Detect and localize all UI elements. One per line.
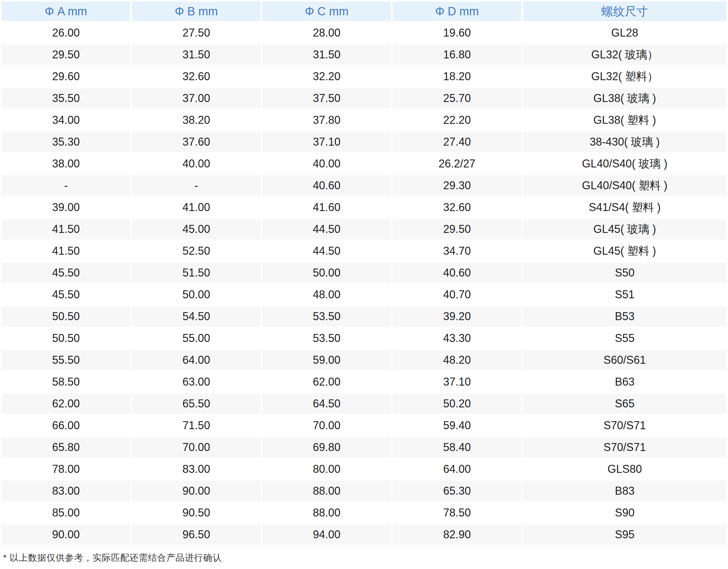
- table-row: 45.5051.5050.0040.60S50: [2, 263, 726, 283]
- column-header: Φ C mm: [262, 2, 391, 21]
- thread-size-cell: B53: [523, 306, 726, 326]
- table-row: 83.0090.0088.0065.30B83: [2, 481, 726, 501]
- table-row: 78.0083.0080.0064.00GLS80: [2, 459, 726, 479]
- dimension-cell: 19.60: [393, 23, 521, 43]
- dimension-cell: 34.00: [2, 110, 130, 130]
- dimension-cell: -: [2, 176, 130, 196]
- thread-size-cell: B63: [523, 372, 726, 392]
- dimension-cell: 58.50: [2, 372, 130, 392]
- dimension-cell: 38.00: [2, 154, 130, 174]
- dimension-cell: 25.70: [393, 88, 521, 109]
- table-row: 35.5037.0037.5025.70GL38( 玻璃 ): [2, 88, 726, 109]
- dimension-cell: 59.00: [262, 350, 391, 370]
- thread-spec-table: Φ A mmΦ B mmΦ C mmΦ D mm螺纹尺寸 26.0027.502…: [0, 0, 728, 546]
- dimension-cell: 50.20: [393, 393, 521, 414]
- table-row: 29.6032.6032.2018.20GL32( 塑料）: [2, 66, 726, 87]
- dimension-cell: 55.00: [132, 328, 261, 348]
- dimension-cell: 44.50: [262, 219, 391, 239]
- table-row: 26.0027.5028.0019.60GL28: [2, 23, 726, 43]
- dimension-cell: 66.00: [2, 415, 130, 436]
- dimension-cell: 16.80: [393, 45, 521, 65]
- dimension-cell: 63.00: [132, 372, 261, 392]
- dimension-cell: 40.00: [132, 154, 261, 174]
- dimension-cell: 71.50: [132, 415, 261, 436]
- thread-size-cell: S50: [523, 263, 726, 283]
- dimension-cell: 69.80: [262, 437, 391, 457]
- header-row: Φ A mmΦ B mmΦ C mmΦ D mm螺纹尺寸: [2, 2, 726, 21]
- spec-sheet-page: Φ A mmΦ B mmΦ C mmΦ D mm螺纹尺寸 26.0027.502…: [0, 0, 728, 564]
- dimension-cell: 37.10: [393, 372, 521, 392]
- dimension-cell: 37.10: [262, 132, 391, 152]
- dimension-cell: 88.00: [262, 481, 391, 501]
- dimension-cell: 90.00: [2, 524, 130, 545]
- dimension-cell: 39.20: [393, 306, 521, 326]
- thread-size-cell: GLS80: [523, 459, 726, 479]
- dimension-cell: 27.50: [132, 23, 261, 43]
- dimension-cell: 83.00: [132, 459, 261, 479]
- dimension-cell: 59.40: [393, 415, 521, 436]
- dimension-cell: 41.60: [262, 197, 391, 218]
- dimension-cell: 64.00: [393, 459, 521, 479]
- dimension-cell: 43.30: [393, 328, 521, 348]
- dimension-cell: 62.00: [262, 372, 391, 392]
- dimension-cell: 41.50: [2, 219, 130, 239]
- dimension-cell: 35.50: [2, 88, 130, 109]
- dimension-cell: 80.00: [262, 459, 391, 479]
- dimension-cell: 18.20: [393, 66, 521, 87]
- thread-size-cell: S90: [523, 503, 726, 523]
- table-row: 41.5052.5044.5034.70GL45( 塑料 ): [2, 241, 726, 261]
- dimension-cell: 78.50: [393, 503, 521, 523]
- dimension-cell: 35.30: [2, 132, 130, 152]
- dimension-cell: -: [132, 176, 261, 196]
- thread-size-cell: S65: [523, 393, 726, 414]
- column-header: Φ D mm: [393, 2, 521, 21]
- dimension-cell: 90.50: [132, 503, 261, 523]
- thread-size-cell: S55: [523, 328, 726, 348]
- dimension-cell: 45.50: [2, 284, 130, 305]
- dimension-cell: 34.70: [393, 241, 521, 261]
- table-row: 35.3037.6037.1027.4038-430( 玻璃 ): [2, 132, 726, 152]
- dimension-cell: 41.50: [2, 241, 130, 261]
- table-row: 65.8070.0069.8058.40S70/S71: [2, 437, 726, 457]
- column-header: Φ A mm: [2, 2, 130, 21]
- thread-size-cell: S60/S61: [523, 350, 726, 370]
- dimension-cell: 29.50: [2, 45, 130, 65]
- dimension-cell: 50.00: [262, 263, 391, 283]
- dimension-cell: 37.80: [262, 110, 391, 130]
- dimension-cell: 22.20: [393, 110, 521, 130]
- dimension-cell: 37.60: [132, 132, 261, 152]
- dimension-cell: 50.50: [2, 306, 130, 326]
- dimension-cell: 44.50: [262, 241, 391, 261]
- table-row: 85.0090.5088.0078.50S90: [2, 503, 726, 523]
- dimension-cell: 40.60: [393, 263, 521, 283]
- dimension-cell: 32.60: [132, 66, 261, 87]
- table-row: 66.0071.5070.0059.40S70/S71: [2, 415, 726, 436]
- dimension-cell: 29.60: [2, 66, 130, 87]
- thread-size-cell: GL45( 塑料 ): [523, 241, 726, 261]
- dimension-cell: 70.00: [132, 437, 261, 457]
- dimension-cell: 37.50: [262, 88, 391, 109]
- table-row: --40.6029.30GL40/S40( 塑料 ): [2, 176, 726, 196]
- dimension-cell: 70.00: [262, 415, 391, 436]
- dimension-cell: 26.00: [2, 23, 130, 43]
- dimension-cell: 53.50: [262, 328, 391, 348]
- dimension-cell: 31.50: [262, 45, 391, 65]
- table-row: 34.0038.2037.8022.20GL38( 塑料 ): [2, 110, 726, 130]
- dimension-cell: 65.30: [393, 481, 521, 501]
- thread-size-cell: GL40/S40( 塑料 ): [523, 176, 726, 196]
- thread-size-cell: GL32( 塑料）: [523, 66, 726, 87]
- thread-size-cell: GL45( 玻璃 ): [523, 219, 726, 239]
- dimension-cell: 50.50: [2, 328, 130, 348]
- thread-size-cell: GL38( 塑料 ): [523, 110, 726, 130]
- dimension-cell: 29.30: [393, 176, 521, 196]
- dimension-cell: 48.00: [262, 284, 391, 305]
- dimension-cell: 31.50: [132, 45, 261, 65]
- dimension-cell: 55.50: [2, 350, 130, 370]
- dimension-cell: 41.00: [132, 197, 261, 218]
- dimension-cell: 32.20: [262, 66, 391, 87]
- table-row: 50.5055.0053.5043.30S55: [2, 328, 726, 348]
- footnote: * 以上数据仅供参考，实际匹配还需结合产品进行确认: [0, 546, 728, 564]
- thread-size-cell: S70/S71: [523, 437, 726, 457]
- dimension-cell: 65.80: [2, 437, 130, 457]
- table-row: 38.0040.0040.0026.2/27GL40/S40( 玻璃 ): [2, 154, 726, 174]
